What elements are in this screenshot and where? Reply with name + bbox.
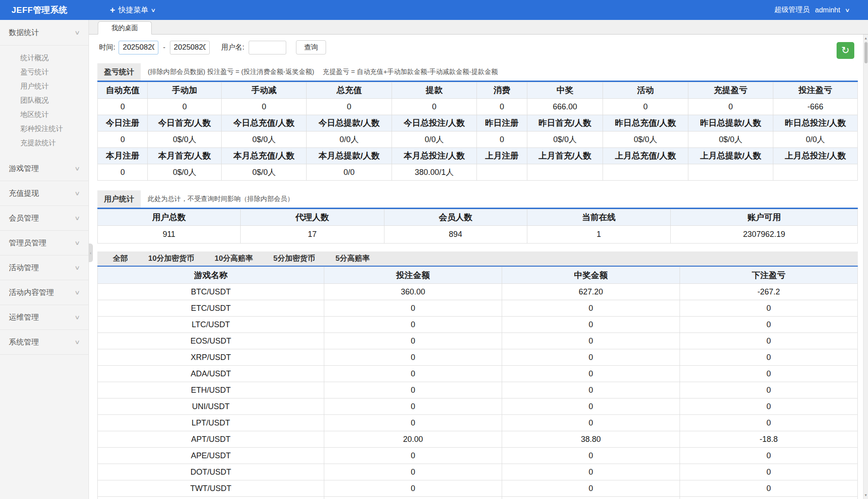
table-row: BTC/USDT360.00627.20-267.2 xyxy=(98,284,858,300)
value-cell: LPT/USDT xyxy=(98,415,324,431)
sidebar-submenu: 统计概况 盈亏统计 用户统计 团队概况 地区统计 彩种投注统计 充提款统计 xyxy=(0,46,88,156)
sidebar-item-profit-stats[interactable]: 盈亏统计 xyxy=(0,65,88,79)
header-cell: 今日总充值/人数 xyxy=(222,115,307,132)
sidebar-group-label: 活动内容管理 xyxy=(9,287,54,298)
sidebar-item-stats-overview[interactable]: 统计概况 xyxy=(0,51,88,65)
value-cell: 0 xyxy=(680,415,857,431)
value-cell: 0 xyxy=(392,99,476,115)
vertical-scrollbar[interactable]: ▲ ▼ xyxy=(863,35,868,499)
value-cell: ADA/USDT xyxy=(98,366,324,382)
sidebar-item-user-stats[interactable]: 用户统计 xyxy=(0,79,88,93)
chevron-down-icon: ∨ xyxy=(75,240,81,246)
scroll-down-icon[interactable]: ▼ xyxy=(864,491,868,499)
header-cell: 今日总提款/人数 xyxy=(307,115,392,132)
sidebar-group-member-mgmt[interactable]: 会员管理 ∨ xyxy=(0,206,88,231)
sidebar-group-game-mgmt[interactable]: 游戏管理 ∨ xyxy=(0,156,88,181)
value-cell: 0 xyxy=(324,333,502,349)
filter-bar: 时间: - 用户名: 查询 xyxy=(89,35,868,60)
user-section-header: 用户统计 此处为总计，不受查询时间影响（排除内部会员） xyxy=(97,190,858,209)
value-cell: 0/0人 xyxy=(307,132,392,148)
value-cell: -267.2 xyxy=(680,284,857,300)
table-row: DOT/USDT000 xyxy=(98,464,858,480)
value-cell: APE/USDT xyxy=(98,448,324,464)
scroll-up-icon[interactable]: ▲ xyxy=(864,35,868,42)
value-cell: 0 xyxy=(98,99,148,115)
value-cell: 0 xyxy=(477,99,527,115)
value-cell: LTC/USDT xyxy=(98,317,324,333)
value-cell: 0$/0人 xyxy=(688,132,773,148)
user-section-title: 用户统计 xyxy=(97,190,141,208)
chevron-down-icon: ∨ xyxy=(75,265,81,271)
header-cell: 上月总充值/人数 xyxy=(603,148,688,164)
sidebar-group-label: 运维管理 xyxy=(9,312,39,322)
plus-icon: + xyxy=(110,6,115,15)
value-cell: 911 xyxy=(98,226,241,244)
table-row: LTC/USDT000 xyxy=(98,317,858,333)
header-cell: 本月注册 xyxy=(98,148,148,164)
value-cell: 0 xyxy=(502,317,680,333)
value-cell: 0 xyxy=(502,333,680,349)
value-cell: EOS/USDT xyxy=(98,333,324,349)
game-tab-5min-high-odds[interactable]: 5分高赔率 xyxy=(325,251,380,266)
date-from-input[interactable] xyxy=(119,41,158,54)
header-cell: 自动充值 xyxy=(98,82,148,99)
chevron-down-icon: ∨ xyxy=(75,339,81,345)
value-cell: 0 xyxy=(502,415,680,431)
date-to-input[interactable] xyxy=(170,41,210,54)
user-menu[interactable]: 超级管理员 adminht ∨ xyxy=(774,5,868,15)
value-cell: ETH/USDT xyxy=(98,382,324,398)
value-cell: 360.00 xyxy=(324,284,502,300)
sidebar-group-system-mgmt[interactable]: 系统管理 ∨ xyxy=(0,330,88,355)
table-row: LPT/USDT000 xyxy=(98,415,858,431)
sidebar-group-deposit-withdraw[interactable]: 充值提现 ∨ xyxy=(0,181,88,206)
sidebar-group-ops-mgmt[interactable]: 运维管理 ∨ xyxy=(0,305,88,330)
game-tab-5min-crypto[interactable]: 5分加密货币 xyxy=(263,251,325,266)
query-button[interactable]: 查询 xyxy=(296,40,326,54)
user-section-note: 此处为总计，不受查询时间影响（排除内部会员） xyxy=(148,195,294,203)
chevron-down-icon: ∨ xyxy=(75,215,81,221)
value-cell: 0/0人 xyxy=(392,132,476,148)
sidebar-group-admin-mgmt[interactable]: 管理员管理 ∨ xyxy=(0,231,88,255)
value-cell: 627.20 xyxy=(502,284,680,300)
value-cell: 1 xyxy=(527,226,671,244)
value-cell: 0 xyxy=(502,464,680,480)
sidebar-group-activity-mgmt[interactable]: 活动管理 ∨ xyxy=(0,255,88,280)
game-tab-all[interactable]: 全部 xyxy=(103,251,138,266)
table-row: 9111789412307962.19 xyxy=(98,226,858,244)
value-cell: 0 xyxy=(477,132,527,148)
sidebar-group-activity-content-mgmt[interactable]: 活动内容管理 ∨ xyxy=(0,280,88,305)
table-row: 自动充值手动加手动减总充值提款消费中奖活动充提盈亏投注盈亏 xyxy=(98,82,858,99)
sidebar-item-deposit-withdraw-stats[interactable]: 充提款统计 xyxy=(0,136,88,150)
value-cell: 0 xyxy=(502,480,680,497)
sidebar-collapse-handle[interactable]: ‹ xyxy=(88,244,93,262)
game-filter-tabs: 全部 10分加密货币 10分高赔率 5分加密货币 5分高赔率 xyxy=(97,251,858,267)
sidebar-item-region-stats[interactable]: 地区统计 xyxy=(0,108,88,122)
value-cell: 0 xyxy=(324,382,502,398)
value-cell: 0$/0人 xyxy=(148,164,222,181)
value-cell: 0/0 xyxy=(307,164,392,181)
value-cell: 0$/0人 xyxy=(148,132,222,148)
value-cell: 0 xyxy=(307,99,392,115)
value-cell: 0 xyxy=(324,448,502,464)
value-cell: 17 xyxy=(240,226,384,244)
scrollbar-thumb[interactable] xyxy=(864,42,868,63)
value-cell xyxy=(603,164,688,181)
header-cell: 代理人数 xyxy=(240,209,384,226)
table-row: XRP/USDT000 xyxy=(98,349,858,366)
sidebar-group-label: 系统管理 xyxy=(9,337,39,347)
sidebar-item-team-overview[interactable]: 团队概况 xyxy=(0,93,88,108)
quick-menu-button[interactable]: + 快捷菜单 ∨ xyxy=(110,5,155,15)
game-tab-10min-crypto[interactable]: 10分加密货币 xyxy=(138,251,204,266)
value-cell: 38.80 xyxy=(502,431,680,448)
refresh-button[interactable]: ↻ xyxy=(837,42,854,59)
tab-my-desktop[interactable]: 我的桌面 xyxy=(98,21,152,35)
username-input[interactable] xyxy=(249,41,286,54)
profit-section-note: (排除内部会员数据) 投注盈亏 = (投注消费金额-返奖金额) 充提盈亏 = 自… xyxy=(148,68,498,76)
game-tab-10min-high-odds[interactable]: 10分高赔率 xyxy=(204,251,263,266)
sidebar-item-lottery-bet-stats[interactable]: 彩种投注统计 xyxy=(0,122,88,136)
value-cell: XRP/USDT xyxy=(98,349,324,366)
refresh-icon: ↻ xyxy=(841,46,849,55)
header-cell: 消费 xyxy=(477,82,527,99)
sidebar-group-data-stats[interactable]: 数据统计 ∨ xyxy=(0,20,88,46)
header-cell: 今日注册 xyxy=(98,115,148,132)
